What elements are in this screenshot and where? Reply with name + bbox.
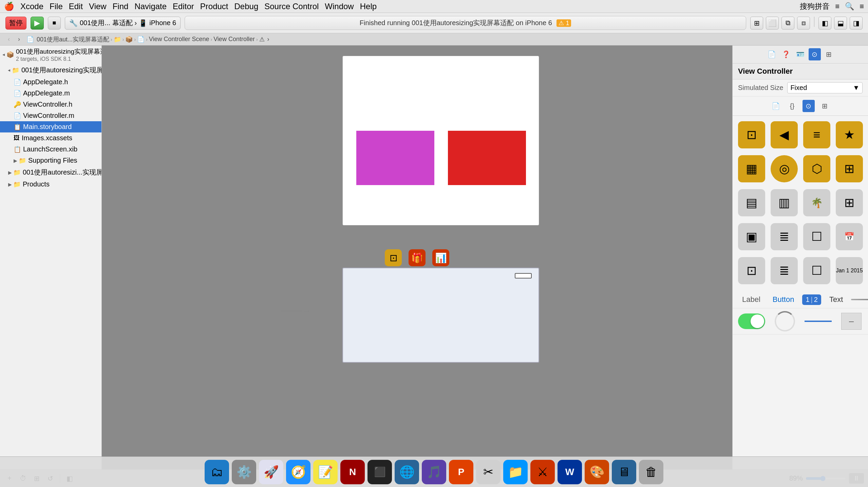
stop-button[interactable]: 暂停	[5, 17, 26, 30]
bc-warning-icon[interactable]: ⚠	[259, 36, 265, 43]
slider-widget[interactable]	[851, 296, 868, 303]
dock-launchpad[interactable]: 🚀	[259, 460, 283, 484]
stepper-minus[interactable]: —	[841, 313, 862, 330]
storyboard-scene1[interactable]	[342, 56, 539, 226]
widget-view-gray[interactable]: ▣	[737, 222, 767, 253]
sidebar-products[interactable]: ▶ 📁 Products	[0, 179, 101, 190]
menu-window[interactable]: Window	[325, 2, 354, 11]
sidebar-file-viewcontroller-h[interactable]: 🔑 ViewController.h	[0, 99, 101, 110]
dock-remote[interactable]: 🖥	[612, 460, 636, 484]
dock-safari[interactable]: 🧭	[286, 460, 310, 484]
input-method-icon[interactable]: 搜狗拼音	[800, 1, 830, 12]
file-inspector-btn[interactable]: 📄	[766, 48, 778, 60]
dock-terminal[interactable]: ⬛	[367, 460, 392, 484]
label-widget[interactable]: Label	[738, 294, 765, 305]
sidebar-file-appdelegate-h[interactable]: 📄 AppDelegate.h	[0, 76, 101, 88]
editor-assistant[interactable]: ⧉	[781, 17, 794, 30]
dock-pinpoint[interactable]: P	[449, 460, 473, 484]
text-widget[interactable]: Text	[825, 294, 847, 305]
debug-toggle[interactable]: ⬓	[834, 17, 847, 30]
scene2-icon2[interactable]: 🎁	[409, 249, 426, 266]
toggle-widget[interactable]	[738, 313, 765, 329]
widget-r3c2[interactable]: ≣	[769, 256, 799, 287]
widget-tableview-gray[interactable]: ▤	[737, 188, 767, 219]
widget-tabbar[interactable]: ★	[834, 120, 864, 151]
scene2-icon3[interactable]: 📊	[432, 249, 449, 266]
sidebar-project[interactable]: ▾ 📦 001使用autoresizing实现屏幕适配 2 targets, i…	[0, 46, 101, 64]
widget-imageview-gray[interactable]: 🌴	[802, 188, 832, 219]
bc-forward2[interactable]: ›	[267, 36, 269, 43]
identity-inspector-btn[interactable]: 🪪	[794, 48, 807, 60]
sidebar-file-launchscreen[interactable]: 📋 LaunchScreen.xib	[0, 144, 101, 155]
widget-tableview[interactable]: ≡	[802, 120, 832, 151]
dock-scissors[interactable]: ✂	[476, 460, 501, 484]
object-library-btn[interactable]: ⊙	[803, 100, 815, 112]
dock-finder[interactable]: 🗂	[205, 460, 229, 484]
menu-source-control[interactable]: Source Control	[264, 2, 319, 11]
nav-forward[interactable]: ›	[14, 35, 24, 44]
scene2-icon1[interactable]: ⊡	[385, 249, 402, 266]
play-button[interactable]: ▶	[31, 17, 44, 30]
widget-collview-gray[interactable]: ▥	[769, 188, 799, 219]
menu-find[interactable]: Find	[113, 2, 129, 11]
purple-view[interactable]	[356, 131, 434, 185]
sidebar-supporting-files[interactable]: ▶ 📁 Supporting Files	[0, 155, 101, 166]
sim-size-dropdown[interactable]: Fixed ▼	[787, 82, 863, 93]
dock-onenote[interactable]: N	[340, 460, 365, 484]
widget-check-gray[interactable]: ☐	[802, 222, 832, 253]
storyboard-scene2[interactable]	[342, 268, 539, 363]
widget-r3c3[interactable]: ☐	[802, 256, 832, 287]
menu-file[interactable]: File	[50, 2, 63, 11]
menu-navigate[interactable]: Navigate	[134, 2, 167, 11]
halt-button[interactable]: ■	[48, 17, 61, 30]
scheme-selector[interactable]: 🔧 001使用... 幕适配 › 📱 iPhone 6	[65, 17, 181, 30]
file-templates-btn[interactable]: 📄	[770, 100, 782, 112]
widget-list-gray[interactable]: ≣	[769, 222, 799, 253]
menu-debug[interactable]: Debug	[234, 2, 259, 11]
widget-r3c1[interactable]: ⊡	[737, 256, 767, 287]
menu-xcode[interactable]: Xcode	[20, 2, 43, 11]
menu-help[interactable]: Help	[360, 2, 377, 11]
sidebar-file-appdelegate-m[interactable]: 📄 AppDelegate.m	[0, 88, 101, 99]
quick-help-btn[interactable]: ❓	[780, 48, 792, 60]
widget-date-gray[interactable]: 📅	[834, 222, 864, 253]
dock-sysprefs[interactable]: ⚙️	[232, 460, 256, 484]
widget-scroll-gray[interactable]: ⊞	[834, 188, 864, 219]
navigator-toggle[interactable]: ◧	[818, 17, 831, 30]
button-widget[interactable]: Button	[769, 294, 798, 305]
dock-word[interactable]: W	[558, 460, 582, 484]
attributes-inspector-btn[interactable]: ⊙	[809, 48, 821, 60]
sidebar-file-images[interactable]: 🖼 Images.xcassets	[0, 132, 101, 144]
widget-collectionview[interactable]: ▦	[737, 154, 767, 185]
dock-tool[interactable]: ⚔	[530, 460, 555, 484]
menu-icon[interactable]: ≡	[860, 2, 864, 11]
size-inspector-btn[interactable]: ⊞	[823, 48, 835, 60]
segmented-widget[interactable]: 1 | 2	[802, 294, 821, 305]
widget-imageview[interactable]: ◎	[769, 154, 799, 185]
code-snippets-btn[interactable]: {}	[786, 100, 798, 112]
sidebar-tests[interactable]: ▶ 📁 001使用autoresizi...实现屏幕适配Tests	[0, 166, 101, 179]
sidebar-file-viewcontroller-m[interactable]: 📄 ViewController.m	[0, 110, 101, 121]
sidebar-toggle[interactable]: ⊞	[750, 17, 763, 30]
bc-project[interactable]: 001使用aut...实现屏幕适配	[37, 35, 109, 43]
widget-grid-icon[interactable]: ⊞	[834, 154, 864, 185]
editor-standard[interactable]: ⬜	[766, 17, 779, 30]
canvas-area[interactable]: ⊡ 🎁 📊 →	[102, 46, 732, 469]
sidebar-file-main-storyboard[interactable]: 📋 Main.storyboard	[0, 121, 101, 132]
dock-network[interactable]: 🌐	[395, 460, 419, 484]
bc-scene[interactable]: View Controller Scene	[149, 36, 209, 43]
dock-trash[interactable]: 🗑	[639, 460, 663, 484]
widget-nav-controller[interactable]: ◀	[769, 120, 799, 151]
dock-stickies[interactable]: 📝	[313, 460, 338, 484]
menu-edit[interactable]: Edit	[69, 2, 83, 11]
dock-sketch[interactable]: 🎨	[585, 460, 609, 484]
widget-cube[interactable]: ⬡	[802, 154, 832, 185]
inspector-toggle[interactable]: ◨	[850, 17, 863, 30]
dock-music[interactable]: 🎵	[422, 460, 446, 484]
media-library-btn[interactable]: ⊞	[819, 100, 831, 112]
menu-product[interactable]: Product	[200, 2, 228, 11]
dock-files[interactable]: 📁	[503, 460, 528, 484]
apple-menu[interactable]: 🍎	[4, 2, 14, 11]
red-view[interactable]	[448, 131, 526, 185]
nav-back[interactable]: ‹	[4, 35, 14, 44]
